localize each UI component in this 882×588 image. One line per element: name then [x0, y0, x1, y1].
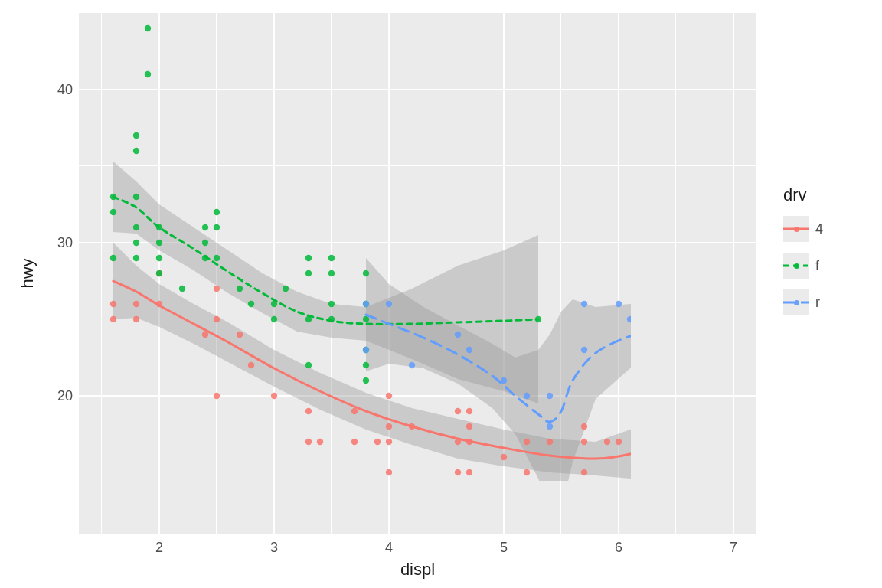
legend-label-r: r: [815, 295, 820, 311]
x-tick-label: 6: [615, 540, 622, 556]
x-axis-label: displ: [400, 560, 435, 580]
legend-point-icon: [794, 300, 799, 305]
x-tick-label: 7: [730, 540, 737, 556]
legend-key-f: [783, 253, 809, 279]
legend-label-f: f: [815, 258, 819, 274]
x-tick-label: 5: [500, 540, 508, 556]
y-tick-label: 30: [51, 235, 73, 251]
smooth-line-4: [113, 281, 676, 459]
x-tick-label: 3: [270, 540, 278, 556]
x-tick-label: 4: [385, 540, 393, 556]
y-axis-label: hwy: [18, 258, 38, 288]
legend-label-4: 4: [815, 221, 823, 237]
y-tick-label: 20: [51, 388, 73, 404]
legend-point-icon: [794, 227, 799, 232]
legend-key-4: [783, 216, 809, 242]
legend-point-icon: [794, 263, 799, 269]
legend-key-r: [783, 289, 809, 315]
smooth-line-f: [113, 197, 538, 324]
y-tick-label: 40: [51, 82, 73, 98]
x-tick-label: 2: [155, 540, 163, 556]
chart-container: 234567203040 displ hwy drv 4fr: [0, 0, 882, 588]
legend-title: drv: [783, 185, 807, 205]
